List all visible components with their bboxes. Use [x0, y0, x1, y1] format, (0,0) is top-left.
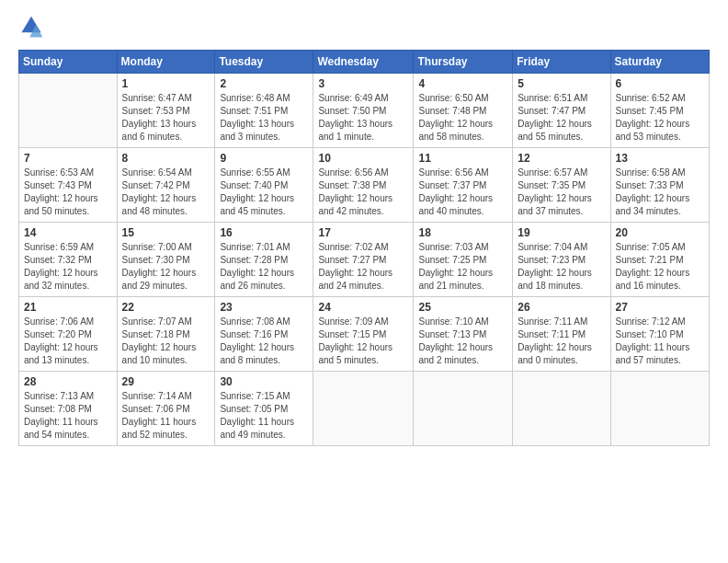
day-info: Sunrise: 6:53 AMSunset: 7:43 PMDaylight:… [24, 167, 112, 218]
calendar-cell: 4Sunrise: 6:50 AMSunset: 7:48 PMDaylight… [414, 74, 513, 148]
weekday-header: Friday [513, 51, 610, 74]
day-info: Sunrise: 7:11 AMSunset: 7:11 PMDaylight:… [518, 316, 605, 367]
day-number: 3 [318, 77, 408, 90]
calendar-week: 21Sunrise: 7:06 AMSunset: 7:20 PMDayligh… [19, 297, 710, 372]
calendar-week: 1Sunrise: 6:47 AMSunset: 7:53 PMDaylight… [19, 74, 710, 148]
calendar-cell: 29Sunrise: 7:14 AMSunset: 7:06 PMDayligh… [117, 372, 215, 446]
calendar-cell: 25Sunrise: 7:10 AMSunset: 7:13 PMDayligh… [414, 297, 513, 372]
header [18, 15, 710, 40]
day-info: Sunrise: 7:12 AMSunset: 7:10 PMDaylight:… [616, 316, 704, 367]
day-number: 10 [318, 152, 408, 165]
day-info: Sunrise: 7:01 AMSunset: 7:28 PMDaylight:… [220, 241, 308, 293]
day-info: Sunrise: 7:00 AMSunset: 7:30 PMDaylight:… [122, 241, 210, 293]
day-number: 17 [318, 226, 408, 239]
calendar-cell: 22Sunrise: 7:07 AMSunset: 7:18 PMDayligh… [117, 297, 215, 372]
calendar-cell [610, 372, 709, 446]
day-info: Sunrise: 7:03 AMSunset: 7:25 PMDaylight:… [418, 241, 507, 293]
calendar-cell: 21Sunrise: 7:06 AMSunset: 7:20 PMDayligh… [19, 297, 118, 372]
day-number: 16 [220, 226, 308, 239]
day-number: 5 [518, 77, 605, 90]
calendar-cell: 8Sunrise: 6:54 AMSunset: 7:42 PMDaylight… [117, 148, 215, 223]
calendar-cell: 15Sunrise: 7:00 AMSunset: 7:30 PMDayligh… [117, 223, 215, 297]
calendar-cell: 7Sunrise: 6:53 AMSunset: 7:43 PMDaylight… [19, 148, 118, 223]
calendar-cell: 24Sunrise: 7:09 AMSunset: 7:15 PMDayligh… [313, 297, 414, 372]
day-number: 1 [122, 77, 210, 90]
weekday-header: Monday [117, 51, 215, 74]
calendar-cell [414, 372, 513, 446]
day-info: Sunrise: 6:49 AMSunset: 7:50 PMDaylight:… [318, 92, 408, 144]
day-number: 11 [418, 152, 507, 165]
day-number: 28 [24, 375, 112, 388]
day-info: Sunrise: 6:56 AMSunset: 7:38 PMDaylight:… [318, 167, 408, 218]
day-info: Sunrise: 7:13 AMSunset: 7:08 PMDaylight:… [24, 390, 112, 442]
calendar-cell: 13Sunrise: 6:58 AMSunset: 7:33 PMDayligh… [610, 148, 709, 223]
day-number: 20 [616, 226, 704, 239]
day-info: Sunrise: 7:08 AMSunset: 7:16 PMDaylight:… [220, 316, 308, 367]
day-number: 27 [616, 301, 704, 314]
calendar-cell: 14Sunrise: 6:59 AMSunset: 7:32 PMDayligh… [19, 223, 118, 297]
day-info: Sunrise: 6:56 AMSunset: 7:37 PMDaylight:… [418, 167, 507, 218]
day-info: Sunrise: 6:47 AMSunset: 7:53 PMDaylight:… [122, 92, 210, 144]
day-info: Sunrise: 7:07 AMSunset: 7:18 PMDaylight:… [122, 316, 210, 367]
calendar-cell [19, 74, 118, 148]
day-info: Sunrise: 6:58 AMSunset: 7:33 PMDaylight:… [616, 167, 704, 218]
calendar-week: 28Sunrise: 7:13 AMSunset: 7:08 PMDayligh… [19, 372, 710, 446]
page: SundayMondayTuesdayWednesdayThursdayFrid… [0, 0, 728, 563]
calendar-cell: 5Sunrise: 6:51 AMSunset: 7:47 PMDaylight… [513, 74, 610, 148]
day-number: 26 [518, 301, 605, 314]
day-info: Sunrise: 6:54 AMSunset: 7:42 PMDaylight:… [122, 167, 210, 218]
day-info: Sunrise: 6:57 AMSunset: 7:35 PMDaylight:… [518, 167, 605, 218]
calendar-cell: 28Sunrise: 7:13 AMSunset: 7:08 PMDayligh… [19, 372, 118, 446]
day-number: 6 [616, 77, 704, 90]
day-number: 8 [122, 152, 210, 165]
calendar-cell: 20Sunrise: 7:05 AMSunset: 7:21 PMDayligh… [610, 223, 709, 297]
day-number: 29 [122, 375, 210, 388]
day-info: Sunrise: 7:02 AMSunset: 7:27 PMDaylight:… [318, 241, 408, 293]
day-number: 12 [518, 152, 605, 165]
day-info: Sunrise: 6:51 AMSunset: 7:47 PMDaylight:… [518, 92, 605, 144]
calendar-cell: 11Sunrise: 6:56 AMSunset: 7:37 PMDayligh… [414, 148, 513, 223]
calendar-cell [313, 372, 414, 446]
weekday-header: Wednesday [313, 51, 414, 74]
day-number: 15 [122, 226, 210, 239]
calendar-cell: 10Sunrise: 6:56 AMSunset: 7:38 PMDayligh… [313, 148, 414, 223]
calendar-table: SundayMondayTuesdayWednesdayThursdayFrid… [18, 50, 710, 446]
day-number: 25 [418, 301, 507, 314]
day-number: 19 [518, 226, 605, 239]
calendar-body: 1Sunrise: 6:47 AMSunset: 7:53 PMDaylight… [19, 74, 710, 446]
calendar-cell: 19Sunrise: 7:04 AMSunset: 7:23 PMDayligh… [513, 223, 610, 297]
weekday-header: Tuesday [215, 51, 313, 74]
day-number: 30 [220, 375, 308, 388]
day-info: Sunrise: 7:10 AMSunset: 7:13 PMDaylight:… [418, 316, 507, 367]
calendar-cell: 6Sunrise: 6:52 AMSunset: 7:45 PMDaylight… [610, 74, 709, 148]
day-number: 14 [24, 226, 112, 239]
calendar-cell: 27Sunrise: 7:12 AMSunset: 7:10 PMDayligh… [610, 297, 709, 372]
day-number: 9 [220, 152, 308, 165]
day-number: 13 [616, 152, 704, 165]
calendar-week: 7Sunrise: 6:53 AMSunset: 7:43 PMDaylight… [19, 148, 710, 223]
day-number: 4 [418, 77, 507, 90]
day-number: 18 [418, 226, 507, 239]
calendar-cell: 9Sunrise: 6:55 AMSunset: 7:40 PMDaylight… [215, 148, 313, 223]
day-info: Sunrise: 6:50 AMSunset: 7:48 PMDaylight:… [418, 92, 507, 144]
day-info: Sunrise: 7:04 AMSunset: 7:23 PMDaylight:… [518, 241, 605, 293]
day-number: 23 [220, 301, 308, 314]
calendar-cell: 2Sunrise: 6:48 AMSunset: 7:51 PMDaylight… [215, 74, 313, 148]
calendar-cell: 17Sunrise: 7:02 AMSunset: 7:27 PMDayligh… [313, 223, 414, 297]
day-info: Sunrise: 6:55 AMSunset: 7:40 PMDaylight:… [220, 167, 308, 218]
calendar-week: 14Sunrise: 6:59 AMSunset: 7:32 PMDayligh… [19, 223, 710, 297]
day-info: Sunrise: 6:59 AMSunset: 7:32 PMDaylight:… [24, 241, 112, 293]
day-number: 22 [122, 301, 210, 314]
calendar-cell: 30Sunrise: 7:15 AMSunset: 7:05 PMDayligh… [215, 372, 313, 446]
day-number: 24 [318, 301, 408, 314]
day-info: Sunrise: 7:05 AMSunset: 7:21 PMDaylight:… [616, 241, 704, 293]
weekday-header: Thursday [414, 51, 513, 74]
day-number: 7 [24, 152, 112, 165]
calendar-cell: 16Sunrise: 7:01 AMSunset: 7:28 PMDayligh… [215, 223, 313, 297]
day-number: 21 [24, 301, 112, 314]
calendar-cell: 12Sunrise: 6:57 AMSunset: 7:35 PMDayligh… [513, 148, 610, 223]
day-info: Sunrise: 6:52 AMSunset: 7:45 PMDaylight:… [616, 92, 704, 144]
calendar-cell: 23Sunrise: 7:08 AMSunset: 7:16 PMDayligh… [215, 297, 313, 372]
day-info: Sunrise: 7:14 AMSunset: 7:06 PMDaylight:… [122, 390, 210, 442]
calendar-header: SundayMondayTuesdayWednesdayThursdayFrid… [19, 51, 710, 74]
